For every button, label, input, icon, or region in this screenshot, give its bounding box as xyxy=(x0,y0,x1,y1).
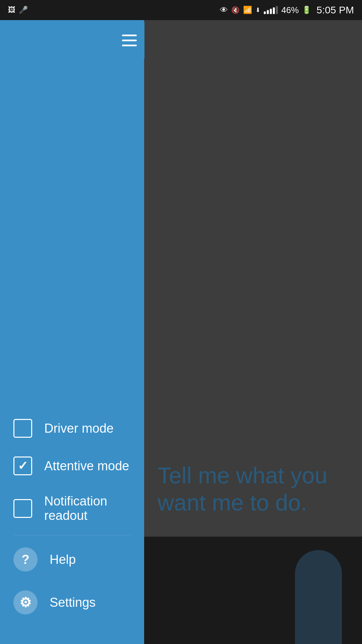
help-icon-glyph: ? xyxy=(21,552,29,567)
hamburger-line-3 xyxy=(122,45,137,46)
person-silhouette xyxy=(295,550,342,644)
attentive-mode-checkbox[interactable]: ✓ xyxy=(13,457,32,475)
content-bottom xyxy=(144,537,362,644)
status-bar-left: 🖼 🎤 xyxy=(8,6,28,14)
signal-bars xyxy=(264,6,278,14)
notification-readout-label: Notification readout xyxy=(44,494,131,523)
hamburger-menu-button[interactable] xyxy=(114,20,144,60)
eye-icon: 👁 xyxy=(220,5,228,15)
status-bar-right: 👁 🔇 📶 ⬇ 46% 🔋 5:05 PM xyxy=(220,4,354,16)
driver-mode-checkbox[interactable] xyxy=(13,419,32,438)
image-icon: 🖼 xyxy=(8,6,15,14)
notification-readout-item[interactable]: Notification readout xyxy=(13,485,131,532)
battery-percentage: 46% xyxy=(281,5,299,15)
hamburger-line-1 xyxy=(122,35,137,36)
help-icon: ? xyxy=(13,547,38,572)
help-item[interactable]: ? Help xyxy=(13,538,131,581)
driver-mode-label: Driver mode xyxy=(44,421,114,436)
wifi-icon: 📶 xyxy=(243,6,252,14)
help-label: Help xyxy=(50,552,76,567)
settings-item[interactable]: ⚙ Settings xyxy=(13,581,131,624)
content-main: Tell me what you want me to do. xyxy=(144,20,362,537)
driver-mode-item[interactable]: Driver mode xyxy=(13,410,131,447)
status-bar: 🖼 🎤 👁 🔇 📶 ⬇ 46% 🔋 5:05 PM xyxy=(0,0,362,20)
attentive-mode-label: Attentive mode xyxy=(44,459,129,473)
mute-icon: 🔇 xyxy=(231,6,240,14)
content-area: Tell me what you want me to do. xyxy=(144,20,362,644)
mic-icon: 🎤 xyxy=(19,6,28,14)
sidebar-drawer: Driver mode ✓ Attentive mode Notificatio… xyxy=(0,20,144,644)
download-icon: ⬇ xyxy=(255,6,260,14)
sidebar-menu: Driver mode ✓ Attentive mode Notificatio… xyxy=(0,410,144,624)
main-container: Driver mode ✓ Attentive mode Notificatio… xyxy=(0,20,362,644)
settings-icon: ⚙ xyxy=(13,590,38,614)
gear-icon: ⚙ xyxy=(19,595,32,610)
menu-divider xyxy=(13,535,131,535)
notification-readout-checkbox[interactable] xyxy=(13,499,32,518)
battery-icon: 🔋 xyxy=(302,6,311,14)
settings-label: Settings xyxy=(50,595,96,610)
attentive-mode-item[interactable]: ✓ Attentive mode xyxy=(13,447,131,485)
status-time: 5:05 PM xyxy=(316,4,354,16)
assistant-prompt-text: Tell me what you want me to do. xyxy=(158,462,349,517)
hamburger-line-2 xyxy=(122,40,137,41)
checkmark-icon: ✓ xyxy=(18,460,28,472)
